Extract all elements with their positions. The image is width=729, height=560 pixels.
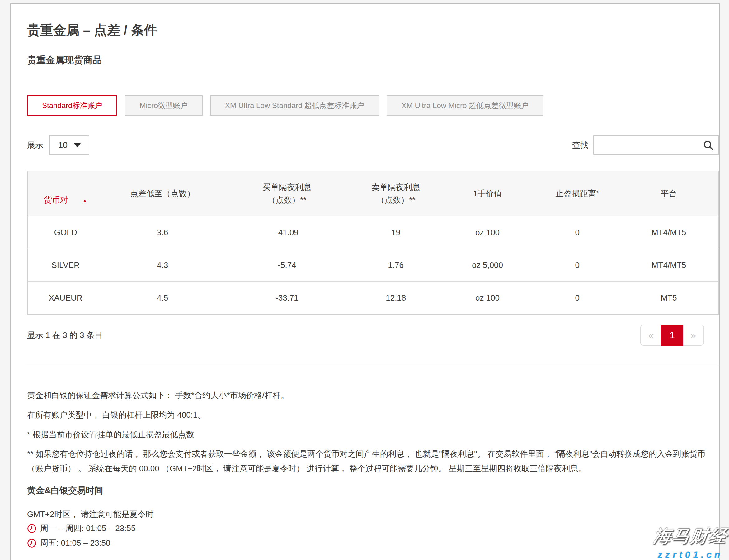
- pagination-next-button[interactable]: »: [683, 325, 704, 346]
- entries-summary: 显示 1 在 3 的 3 条目: [27, 330, 103, 341]
- cell-limit-stop: 0: [535, 216, 619, 249]
- section-subtitle: 贵重金属现货商品: [27, 55, 719, 65]
- schedule-row-friday: 周五: 01:05 – 23:50: [27, 537, 719, 549]
- cell-lot-value: oz 100: [439, 216, 536, 249]
- schedule-weekdays-label: 周一 – 周四: 01:05 – 23:55: [40, 523, 135, 534]
- cell-spread: 3.6: [103, 216, 222, 249]
- cell-lot-value: oz 100: [439, 282, 536, 314]
- cell-symbol: GOLD: [27, 216, 103, 249]
- cell-swap-long: -33.71: [222, 282, 353, 314]
- search-box: [593, 135, 719, 155]
- search-icon[interactable]: [703, 140, 714, 151]
- page-size-select[interactable]: 10: [50, 135, 89, 155]
- column-header-platform[interactable]: 平台: [619, 171, 719, 216]
- note-margin-formula: 黄金和白银的保证金需求计算公式如下： 手数*合约大小*市场价格/杠杆。: [27, 388, 721, 403]
- timezone-note: GMT+2时区， 请注意可能是夏令时: [27, 509, 719, 520]
- pagination-prev-button[interactable]: «: [640, 325, 661, 346]
- cell-swap-long: -5.74: [222, 249, 353, 282]
- sort-asc-icon: ▲: [83, 197, 88, 205]
- tab-micro-account[interactable]: Micro微型账户: [125, 95, 203, 116]
- cell-spread: 4.3: [103, 249, 222, 282]
- schedule-row-weekdays: 周一 – 周四: 01:05 – 23:55: [27, 523, 719, 534]
- schedule-friday-label: 周五: 01:05 – 23:50: [40, 538, 110, 548]
- cell-symbol: SILVER: [27, 249, 103, 282]
- note-stop-levels: * 根据当前市价设置挂单的最低止损盈最低点数: [27, 427, 721, 442]
- page-title: 贵重金属 – 点差 / 条件: [27, 23, 719, 37]
- cell-swap-short: 1.76: [353, 249, 439, 282]
- tab-ultra-low-standard-account[interactable]: XM Ultra Low Standard 超低点差标准账户: [210, 95, 379, 116]
- column-header-symbol[interactable]: 货币对▲: [27, 171, 103, 216]
- column-header-symbol-label: 货币对: [44, 195, 68, 205]
- clock-icon: [27, 539, 36, 548]
- column-header-spread[interactable]: 点差低至（点数）: [103, 171, 222, 216]
- cell-swap-short: 12.18: [353, 282, 439, 314]
- cell-platform: MT4/MT5: [619, 249, 719, 282]
- cell-lot-value: oz 5,000: [439, 249, 536, 282]
- table-row-gold: GOLD 3.6 -41.09 19 oz 100 0 MT4/MT5: [27, 216, 719, 249]
- chevron-down-icon: [74, 143, 81, 147]
- note-swap-explanation: ** 如果您有仓位持仓过夜的话， 那么您会支付或者获取一些金额， 该金额便是两个…: [27, 447, 721, 476]
- table-row-silver: SILVER 4.3 -5.74 1.76 oz 5,000 0 MT4/MT5: [27, 249, 719, 282]
- clock-icon: [27, 524, 36, 533]
- cell-swap-long: -41.09: [222, 216, 353, 249]
- trading-hours-heading: 黄金&白银交易时间: [27, 485, 719, 496]
- watermark: 海马财经 zzrt01.cn: [654, 524, 727, 560]
- cell-limit-stop: 0: [535, 249, 619, 282]
- section-divider: [27, 366, 719, 366]
- table-controls: 展示 10 查找: [27, 135, 719, 155]
- column-header-swap-long[interactable]: 买单隔夜利息 （点数）**: [222, 171, 353, 216]
- spreads-table: 货币对▲ 点差低至（点数） 买单隔夜利息 （点数）** 卖单隔夜利息 （点数）*…: [27, 171, 719, 315]
- table-row-xaueur: XAUEUR 4.5 -33.71 12.18 oz 100 0 MT5: [27, 282, 719, 314]
- tab-ultra-low-micro-account[interactable]: XM Ultra Low Micro 超低点差微型账户: [386, 95, 543, 116]
- account-type-tabs: Standard标准账户 Micro微型账户 XM Ultra Low Stan…: [27, 95, 719, 116]
- note-silver-leverage: 在所有账户类型中， 白银的杠杆上限均为 400:1。: [27, 408, 721, 422]
- page-size-value: 10: [58, 140, 68, 150]
- watermark-brand: 海马财经: [652, 524, 729, 548]
- cell-limit-stop: 0: [535, 282, 619, 314]
- cell-swap-short: 19: [353, 216, 439, 249]
- content-panel: 贵重金属 – 点差 / 条件 贵重金属现货商品 Standard标准账户 Mic…: [10, 3, 720, 560]
- search-label: 查找: [572, 140, 588, 151]
- pagination: « 1 »: [640, 325, 704, 346]
- table-footer: 显示 1 在 3 的 3 条目 « 1 »: [27, 325, 719, 346]
- pagination-page-1-button[interactable]: 1: [661, 325, 683, 346]
- notes-section: 黄金和白银的保证金需求计算公式如下： 手数*合约大小*市场价格/杠杆。 在所有账…: [27, 388, 719, 476]
- column-header-lot-value[interactable]: 1手价值: [439, 171, 536, 216]
- watermark-domain: zzrt01.cn: [654, 549, 727, 560]
- column-header-limit-stop[interactable]: 止盈损距离*: [535, 171, 619, 216]
- cell-symbol: XAUEUR: [27, 282, 103, 314]
- cell-platform: MT5: [619, 282, 719, 314]
- cell-platform: MT4/MT5: [619, 216, 719, 249]
- column-header-swap-short[interactable]: 卖单隔夜利息 （点数）**: [353, 171, 439, 216]
- cell-spread: 4.5: [103, 282, 222, 314]
- page-size-label: 展示: [27, 140, 43, 151]
- tab-standard-account[interactable]: Standard标准账户: [27, 95, 117, 116]
- table-header-row: 货币对▲ 点差低至（点数） 买单隔夜利息 （点数）** 卖单隔夜利息 （点数）*…: [27, 171, 719, 216]
